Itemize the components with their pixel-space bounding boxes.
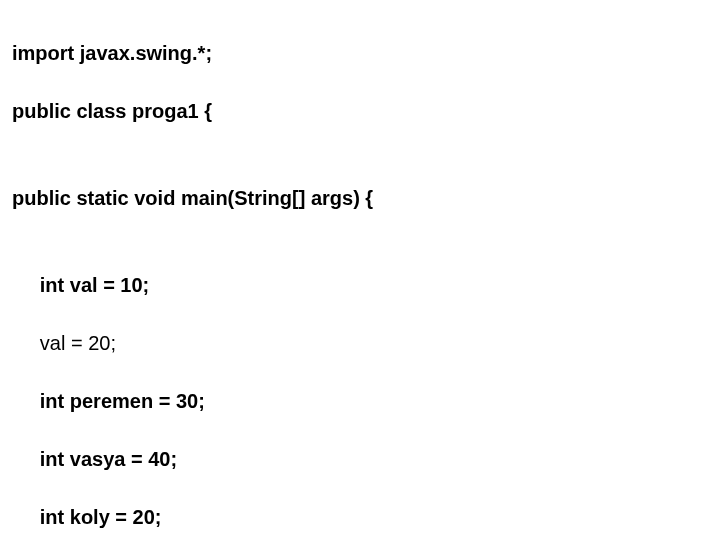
code-line: public static void main(String[] args) {	[12, 184, 708, 213]
code-line: int val = 10;	[12, 271, 708, 300]
code-line: int peremen = 30;	[12, 387, 708, 416]
code-line: int vasya = 40;	[12, 445, 708, 474]
code-line: public class proga1 {	[12, 97, 708, 126]
code-line: int koly = 20;	[12, 503, 708, 532]
code-line: import javax.swing.*;	[12, 39, 708, 68]
code-line: val = 20;	[12, 329, 708, 358]
code-block: import javax.swing.*; public class proga…	[0, 0, 720, 540]
